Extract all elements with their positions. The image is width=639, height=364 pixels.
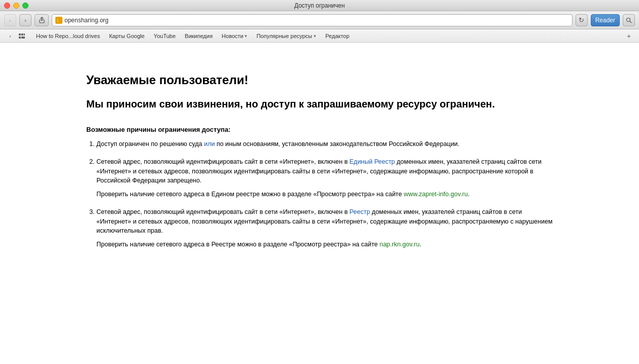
window-title: Доступ ограничен — [294, 2, 345, 9]
bookmark-item-youtube[interactable]: YouTube — [150, 32, 180, 40]
content-area: Уважаемые пользователи! Мы приносим свои… — [0, 43, 639, 364]
svg-rect-5 — [19, 33, 21, 35]
traffic-lights — [4, 3, 28, 9]
bookmark-item-editor[interactable]: Редактор — [321, 32, 353, 40]
bookmark-item-news[interactable]: Новости ▾ — [218, 32, 252, 40]
bookmark-item-maps[interactable]: Карты Google — [105, 32, 149, 40]
title-bar: Доступ ограничен — [0, 0, 639, 11]
bookmark-item-howto[interactable]: How to Repo...loud drives — [32, 32, 104, 40]
url-text: opensharing.org — [64, 17, 569, 24]
close-button[interactable] — [4, 3, 10, 9]
address-bar[interactable]: i opensharing.org — [52, 14, 573, 26]
reader-button[interactable]: Reader — [591, 14, 620, 26]
svg-text:i: i — [57, 18, 58, 23]
bookmark-item-wikipedia[interactable]: Википедия — [181, 32, 217, 40]
back-button[interactable]: ‹ — [4, 14, 16, 26]
svg-rect-9 — [21, 37, 25, 39]
list-item: Доступ ограничен по решению суда или по … — [96, 139, 553, 149]
registry-link[interactable]: Реестр — [350, 208, 371, 215]
bookmarks-add-button[interactable]: + — [624, 31, 634, 41]
toolbar: ‹ › i opensharing.org ↻ Reader — [0, 11, 639, 29]
zoom-icon — [626, 17, 632, 23]
refresh-button[interactable]: ↻ — [576, 14, 588, 26]
grid-icon — [18, 33, 25, 39]
svg-rect-7 — [24, 33, 25, 35]
bookmark-item-popular[interactable]: Популярные ресурсы ▾ — [252, 32, 320, 40]
minimize-button[interactable] — [13, 3, 19, 9]
unified-registry-link[interactable]: Единый Реестр — [350, 158, 395, 165]
court-or-link[interactable]: или — [204, 140, 215, 148]
reasons-header: Возможные причины ограничения доступа: — [86, 126, 553, 133]
page-heading: Уважаемые пользователи! — [86, 73, 553, 87]
svg-rect-8 — [19, 37, 21, 39]
zapret-info-link[interactable]: www.zapret-info.gov.ru — [403, 191, 467, 198]
share-icon — [39, 17, 45, 23]
reasons-list: Доступ ограничен по решению суда или по … — [96, 139, 553, 249]
news-dropdown-arrow: ▾ — [245, 33, 247, 39]
list-item: Сетевой адрес, позволяющий идентифициров… — [96, 207, 553, 249]
favicon-icon: i — [56, 18, 61, 23]
page-subheading: Мы приносим свои извинения, но доступ к … — [86, 97, 553, 111]
forward-button[interactable]: › — [19, 14, 31, 26]
bookmarks-back-button[interactable]: ‹ — [5, 31, 15, 41]
bookmark-nav: ‹ — [5, 31, 27, 41]
bookmarks-bar: ‹ How to Repo...loud drives Карты Google… — [0, 29, 639, 43]
svg-line-4 — [630, 21, 631, 23]
svg-point-3 — [627, 18, 630, 21]
list-item: Сетевой адрес, позволяющий идентифициров… — [96, 157, 553, 199]
popular-dropdown-arrow: ▾ — [314, 33, 316, 39]
site-favicon: i — [55, 17, 62, 24]
bookmarks-list-button[interactable] — [17, 31, 27, 41]
svg-rect-6 — [21, 33, 23, 35]
share-button[interactable] — [35, 14, 49, 26]
nap-rkn-link[interactable]: nap.rkn.gov.ru — [380, 241, 420, 248]
zoom-button[interactable] — [623, 14, 635, 26]
maximize-button[interactable] — [22, 3, 28, 9]
